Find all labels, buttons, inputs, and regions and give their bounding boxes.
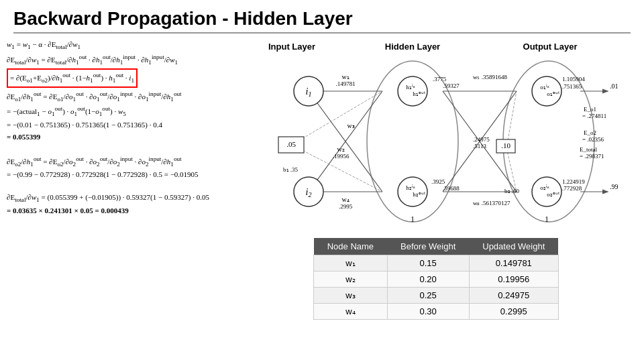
h1-kinput-label: h₁ⁱⁿ: [406, 84, 415, 90]
equations-panel: w1 = w1 − α · ∂Etotal/∂w1 ∂Etotal/∂w1 = …: [7, 38, 235, 355]
w5-label: w₅ .35891648: [473, 74, 507, 80]
w1-val: .149781: [335, 80, 355, 87]
nn-diagram: Input Layer Hidden Layer Output Layer: [241, 38, 631, 235]
h1-outval: .59327: [443, 82, 460, 89]
table-cell-0: w₁: [314, 255, 387, 272]
eq-8: ∂Eo2/∂h1out = ∂Eo2/∂o2out · ∂o2out/∂o2in…: [7, 154, 229, 170]
eq-2: ∂Etotal/∂w1 = ∂Etotal/∂h1out · ∂h1out/∂h…: [7, 52, 229, 68]
hidden-layer-label: Hidden Layer: [385, 42, 440, 52]
o2-outval2: .772928: [562, 185, 582, 192]
eq-11: = 0.03635 × 0.241301 × 0.05 = 0.000439: [7, 205, 229, 217]
weight-table: Node Name Before Weight Updated Weight w…: [313, 238, 559, 320]
w4-label: w₄: [341, 196, 349, 203]
w2-val: .19956: [333, 153, 350, 160]
table-cell-1: 0.20: [387, 272, 469, 288]
eo1-label: E_o1: [584, 106, 596, 113]
eo2-label: E_o2: [584, 129, 596, 136]
table-row: w₁0.150.149781: [314, 255, 559, 272]
eq-3: = ∂(Eo1+Eo2)/∂h1out · (1−h1out) · h1out …: [7, 68, 138, 88]
b2-label: b₂ .60: [504, 188, 520, 194]
table-cell-2: 0.2995: [469, 304, 558, 320]
o1-outval2: .751365: [562, 83, 582, 90]
bias-bottom-1: 1: [411, 215, 415, 224]
table-row: w₂0.200.19956: [314, 272, 559, 288]
w8-label: w₈ .561370127: [473, 200, 511, 206]
etotal-val: = .298371: [580, 153, 604, 160]
out1-val: .01: [610, 82, 619, 90]
table-cell-2: 0.24975: [469, 288, 558, 304]
eq-7: = 0.055399: [7, 131, 229, 143]
eq-1: w1 = w1 − α · ∂Etotal/∂w1: [7, 39, 229, 52]
table-cell-0: w₃: [314, 288, 387, 304]
h-mid-val: .24975: [473, 136, 490, 143]
o2-in-label: o₂ⁱⁿ: [540, 184, 549, 191]
table-cell-1: 0.15: [387, 255, 469, 272]
h1-kout-label: h₁ᵒᵘᵗ: [413, 90, 426, 97]
eq-5: = −(actual1 − o1out) · o1out(1−o1out) · …: [7, 104, 229, 119]
table-row: w₄0.300.2995: [314, 304, 559, 320]
h2-w3val: .3925: [431, 178, 445, 185]
col-before-weight: Before Weight: [387, 238, 469, 255]
eo2-val: = .02356: [582, 136, 604, 143]
col-updated-weight: Updated Weight: [469, 238, 558, 255]
output-layer-label: Output Layer: [523, 42, 578, 52]
o1-out-label: o₁ᵒᵘᵗ: [547, 90, 560, 97]
h-mid-5113: .5113: [473, 143, 486, 149]
right-panel: Input Layer Hidden Layer Output Layer: [235, 38, 637, 355]
eq-4: ∂Eo1/∂h1out = ∂Eo1/∂o1out · ∂o1out/∂o1in…: [7, 89, 229, 105]
w4-val: .2995: [339, 203, 353, 210]
table-cell-0: w₂: [314, 272, 387, 288]
table-cell-1: 0.30: [387, 304, 469, 320]
o1-wval: 1.105904: [562, 76, 585, 82]
bias1-label: .05: [286, 140, 296, 148]
h1-w1val: .3775: [433, 76, 447, 82]
table-cell-1: 0.25: [387, 288, 469, 304]
eq-6: = −(0.01 − 0.751365) · 0.751365(1 − 0.75…: [7, 119, 229, 131]
b1-label: b₁ .35: [283, 166, 299, 173]
col-node-name: Node Name: [314, 238, 387, 255]
table-cell-0: w₄: [314, 304, 387, 320]
table-cell-2: 0.19956: [469, 272, 558, 288]
eo1-val: = .274811: [582, 113, 606, 119]
input-layer-label: Input Layer: [268, 42, 315, 52]
h2-kinput-label: h₂ⁱⁿ: [406, 184, 415, 191]
bias-bottom-2: 1: [545, 215, 549, 224]
eq-9: = −(0.99 − 0.772928) · 0.772928(1 − 0.77…: [7, 169, 229, 181]
table-row: w₃0.250.24975: [314, 288, 559, 304]
o1-in-label: o₁ⁱⁿ: [540, 84, 549, 90]
h2-outval: .59688: [443, 185, 460, 192]
out2-val: .99: [610, 183, 619, 190]
h2-kout-label: h₂ᵒᵘᵗ: [413, 191, 426, 198]
table-cell-2: 0.149781: [469, 255, 558, 272]
bias2-label: .10: [501, 141, 511, 149]
o2-out-label: o₂ᵒᵘᵗ: [547, 191, 560, 198]
o2-wval: 1.224919: [562, 178, 585, 185]
page-title: Backward Propagation - Hidden Layer: [0, 0, 644, 32]
eq-10: ∂Etotal/∂w1 = (0.055399 + (−0.01905)) · …: [7, 192, 229, 205]
w2-label: w₂: [337, 145, 344, 153]
w3-label: w₃: [347, 122, 354, 129]
etotal-label: E_total: [580, 146, 597, 153]
w1-label: w₁: [341, 73, 349, 80]
